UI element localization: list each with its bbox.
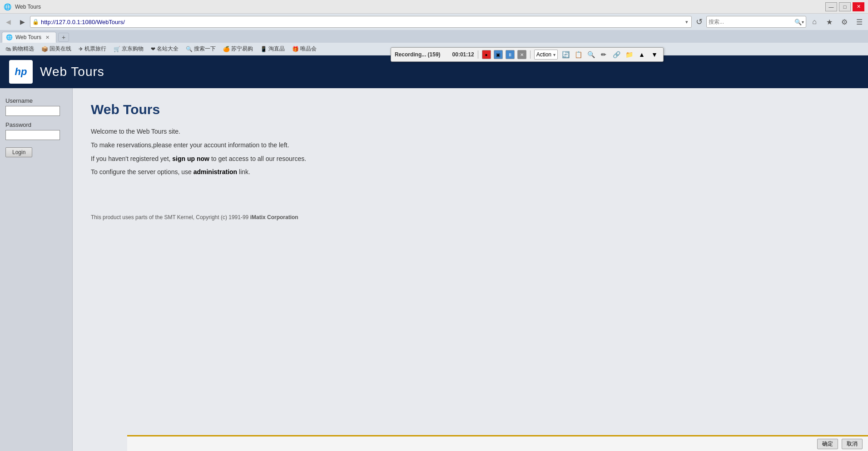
line3-suffix: to get access to all our resources.	[211, 155, 306, 162]
bookmark-flight-label: 机票旅行	[84, 45, 106, 53]
record-pause-button[interactable]: ▣	[494, 50, 503, 59]
line4-suffix: link.	[239, 168, 250, 175]
password-input[interactable]	[5, 130, 60, 140]
bookmark-guomei-label: 国美在线	[50, 45, 71, 53]
copyright-prefix: This product uses parts of the SMT Kerne…	[91, 214, 248, 220]
search-button[interactable]: 🔍	[794, 19, 802, 25]
bookmark-flight-icon: ✈	[79, 46, 83, 52]
page-heading: Web Tours	[91, 102, 850, 117]
rec-icon-4[interactable]: ✏	[599, 50, 609, 60]
action-dropdown-label: Action	[536, 51, 551, 58]
bookmark-shopping-icon: 🛍	[5, 46, 11, 52]
login-button[interactable]: Login	[5, 147, 32, 157]
welcome-line3: If you haven't registered yet, sign up n…	[91, 154, 850, 165]
bookmark-suning-icon: 🍊	[223, 46, 230, 52]
search-dropdown-arrow[interactable]: ▾	[802, 20, 804, 25]
admin-link[interactable]: administration	[193, 168, 237, 175]
title-bar-controls: — □ ✕	[825, 2, 864, 11]
tab-label: Web Tours	[15, 34, 41, 40]
bookmark-vip-icon: 🎁	[292, 46, 299, 52]
copyright-company: iMatix Corporation	[250, 214, 298, 220]
bookmark-search-icon: 🔍	[186, 46, 193, 52]
welcome-line1: Welcome to the Web Tours site.	[91, 126, 850, 137]
record-cancel-button[interactable]: ✕	[517, 50, 526, 59]
line4-prefix: To configure the server options, use	[91, 168, 192, 175]
bookmark-taobao-label: 淘直品	[268, 45, 285, 53]
record-split-button[interactable]: ⏸	[506, 50, 515, 59]
recording-toolbar: Recording... (159) 00:01:12 ● ▣ ⏸ ✕ Acti…	[391, 47, 664, 62]
browser-window: 🌐 Web Tours — □ ✕ ◀ ▶ 🔒 ▾ ↺ 🔍 ▾ ⌂ ★ ⚙ ☰	[0, 0, 868, 451]
rec-icon-6[interactable]: 📁	[624, 50, 634, 60]
close-button[interactable]: ✕	[853, 2, 864, 11]
rec-separator-2	[530, 50, 531, 59]
rec-icon-3[interactable]: 🔍	[586, 50, 596, 60]
copyright-text: This product uses parts of the SMT Kerne…	[91, 214, 850, 220]
active-tab[interactable]: 🌐 Web Tours ✕	[2, 32, 56, 43]
minimize-button[interactable]: —	[825, 2, 837, 11]
tab-favicon: 🌐	[6, 34, 13, 40]
sidebar: Username Password Login	[0, 88, 73, 451]
refresh-button[interactable]: ↺	[693, 16, 705, 28]
bookmark-taobao[interactable]: 📱 淘直品	[258, 44, 288, 54]
hp-logo-text: hp	[15, 66, 27, 78]
bookmark-guomei[interactable]: 📦 国美在线	[39, 44, 74, 54]
tab-close-button[interactable]: ✕	[44, 34, 51, 41]
bookmark-guomei-icon: 📦	[41, 46, 48, 52]
bottom-btn-2[interactable]: 取消	[842, 439, 863, 449]
back-button[interactable]: ◀	[2, 15, 15, 28]
bookmark-shopping-label: 购物精选	[12, 45, 34, 53]
welcome-line2: To make reservations,please enter your a…	[91, 140, 850, 151]
menu-button[interactable]: ☰	[853, 15, 866, 28]
address-icon: 🔒	[32, 19, 39, 25]
hp-logo: hp	[9, 60, 33, 84]
bookmark-vip[interactable]: 🎁 唯品会	[289, 44, 319, 54]
rec-icon-1[interactable]: 🔄	[560, 50, 570, 60]
line3-prefix: If you haven't registered yet,	[91, 155, 170, 162]
welcome-line4: To configure the server options, use adm…	[91, 167, 850, 178]
title-bar-title: Web Tours	[15, 4, 41, 10]
action-dropdown[interactable]: Action ▾	[534, 50, 558, 60]
search-container: 🔍 ▾	[706, 16, 806, 28]
rec-icon-scroll-down[interactable]: ▼	[650, 50, 660, 60]
search-input[interactable]	[709, 19, 794, 25]
signup-link[interactable]: sign up now	[172, 155, 209, 162]
bookmark-jd[interactable]: 🛒 京东购物	[111, 44, 146, 54]
forward-button[interactable]: ▶	[16, 15, 29, 28]
nav-row: ◀ ▶ 🔒 ▾ ↺ 🔍 ▾ ⌂ ★ ⚙ ☰	[0, 14, 868, 30]
favorites-button[interactable]: ★	[823, 15, 836, 28]
maximize-button[interactable]: □	[839, 2, 851, 11]
bookmark-jd-label: 京东购物	[122, 45, 144, 53]
title-bar: 🌐 Web Tours — □ ✕	[0, 0, 868, 14]
address-bar-container: 🔒 ▾	[30, 16, 692, 28]
title-bar-left: 🌐 Web Tours	[4, 3, 41, 10]
address-input[interactable]	[41, 19, 684, 25]
bookmark-shopping[interactable]: 🛍 购物精选	[3, 44, 37, 54]
action-dropdown-arrow: ▾	[553, 52, 556, 57]
address-dropdown-arrow[interactable]: ▾	[684, 19, 689, 25]
main-content: Web Tours Welcome to the Web Tours site.…	[73, 88, 868, 451]
bookmark-search-label: 搜索一下	[194, 45, 216, 53]
bottom-btn-1[interactable]: 确定	[817, 439, 838, 449]
home-button[interactable]: ⌂	[808, 15, 821, 28]
settings-button[interactable]: ⚙	[838, 15, 851, 28]
bookmark-suning[interactable]: 🍊 苏宁易购	[220, 44, 256, 54]
bookmark-vip-label: 唯品会	[300, 45, 317, 53]
site-title: Web Tours	[40, 65, 104, 79]
bookmark-suning-label: 苏宁易购	[231, 45, 253, 53]
new-tab-button[interactable]: +	[58, 33, 69, 42]
rec-icon-scroll-up[interactable]: ▲	[637, 50, 647, 60]
bookmark-taobao-icon: 📱	[260, 46, 267, 52]
password-label: Password	[5, 121, 67, 128]
rec-separator-1	[478, 50, 478, 59]
page-layout: Username Password Login Web Tours Welcom…	[0, 88, 868, 451]
bookmark-sites[interactable]: ❤ 名站大全	[148, 44, 181, 54]
username-input[interactable]	[5, 106, 60, 116]
bookmark-sites-label: 名站大全	[157, 45, 179, 53]
recording-status: Recording... (159)	[395, 51, 441, 58]
bookmark-flight[interactable]: ✈ 机票旅行	[76, 44, 109, 54]
rec-icon-5[interactable]: 🔗	[611, 50, 621, 60]
record-stop-button[interactable]: ●	[482, 50, 491, 59]
tab-bar: 🌐 Web Tours ✕ +	[0, 30, 868, 43]
rec-icon-2[interactable]: 📋	[573, 50, 583, 60]
bookmark-search[interactable]: 🔍 搜索一下	[183, 44, 218, 54]
